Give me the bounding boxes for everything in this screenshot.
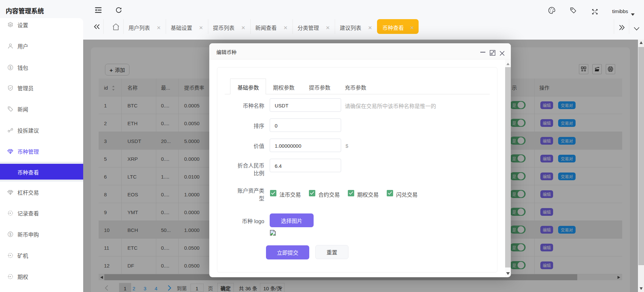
svg-text:$: $ bbox=[9, 65, 11, 69]
svg-text:$: $ bbox=[9, 232, 11, 236]
